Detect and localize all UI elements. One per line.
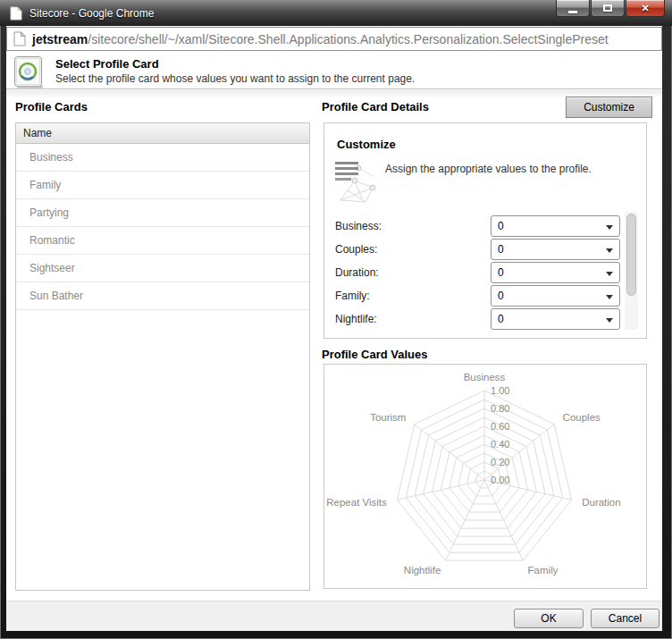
scrollbar-thumb[interactable] [626,214,636,296]
dialog-header: Select Profile Card Select the profile c… [6,52,662,89]
family-field-label: Family: [335,290,370,302]
details-scrollbar[interactable] [625,212,638,330]
svg-text:Nightlife: Nightlife [404,565,441,576]
customize-button[interactable]: Customize [566,97,652,118]
family-select-value: 0 [498,290,504,302]
window-title: Sitecore - Google Chrome [29,7,154,20]
duration-select-value: 0 [498,266,504,279]
svg-text:0.60: 0.60 [491,421,509,432]
dropdown-arrow-icon [606,225,613,230]
profile-card-details-heading: Profile Card Details [322,100,429,114]
close-icon: ✕ [641,3,649,14]
dropdown-arrow-icon [606,272,613,276]
customize-panel: Customize Assign the appropriate valu [323,122,647,339]
svg-text:0.20: 0.20 [491,457,509,467]
svg-text:Tourism: Tourism [370,412,406,423]
svg-text:1.00: 1.00 [491,385,509,396]
profile-cards-table: Name Business Family Partying Romantic S… [15,122,310,591]
dialog-title: Select Profile Card [55,57,159,71]
dropdown-arrow-icon [606,295,613,299]
nightlife-select-value: 0 [498,313,504,325]
nightlife-field-label: Nightlife: [335,313,377,325]
profile-card-icon [12,55,46,94]
name-column-header: Name [16,123,309,144]
url-text: jetstream/sitecore/shell/~/xaml/Sitecore… [32,32,609,46]
list-item-family[interactable]: Family [16,172,309,199]
window-controls: ✕ [556,0,665,17]
browser-window: Sitecore - Google Chrome ✕ jetstream/sit… [0,0,672,639]
dialog-footer: OK Cancel [6,601,662,631]
profile-card-values-heading: Profile Card Values [322,348,428,361]
customize-panel-heading: Customize [337,138,396,151]
url-page-icon [13,31,26,46]
maximize-icon [603,4,612,12]
header-shadow [6,90,662,98]
family-select[interactable]: 0 [491,285,620,307]
list-item-sun-bather[interactable]: Sun Bather [16,282,309,310]
list-item-partying[interactable]: Partying [16,199,309,227]
svg-text:Business: Business [464,372,506,383]
dropdown-arrow-icon [606,248,613,253]
svg-text:Repeat Visits: Repeat Visits [326,497,387,508]
business-field-label: Business: [335,220,382,232]
profile-card-values-panel: 0.000.200.400.600.801.00BusinessCouplesD… [323,364,647,589]
cancel-button[interactable]: Cancel [591,609,659,628]
couples-select[interactable]: 0 [491,239,620,260]
svg-text:Family: Family [528,565,559,576]
dropdown-arrow-icon [606,318,613,323]
profile-cards-heading: Profile Cards [15,100,88,114]
nightlife-select[interactable]: 0 [491,308,620,330]
maximize-button[interactable] [591,0,625,17]
address-bar[interactable]: jetstream/sitecore/shell/~/xaml/Sitecore… [6,27,662,51]
svg-text:Couples: Couples [563,412,601,423]
business-select-value: 0 [498,220,504,232]
list-item-romantic[interactable]: Romantic [16,227,309,255]
url-host: jetstream [32,32,88,46]
couples-select-value: 0 [498,243,504,256]
svg-text:0.40: 0.40 [491,439,509,450]
url-path: /sitecore/shell/~/xaml/Sitecore.Shell.Ap… [88,32,608,46]
business-select[interactable]: 0 [491,215,620,237]
close-button[interactable]: ✕ [626,0,665,17]
svg-text:0.00: 0.00 [491,475,509,485]
dialog-content: jetstream/sitecore/shell/~/xaml/Sitecore… [6,26,662,631]
dialog-subtitle: Select the profile card whose values you… [55,72,415,85]
svg-text:Duration: Duration [582,497,620,508]
minimize-icon [568,11,577,13]
duration-field-label: Duration: [335,266,379,279]
minimize-button[interactable] [556,0,590,17]
ok-button[interactable]: OK [514,609,584,628]
profile-values-sketch-icon [335,159,378,207]
duration-select[interactable]: 0 [491,262,620,283]
page-icon [10,6,22,21]
svg-text:0.80: 0.80 [491,403,509,414]
profile-values-radar-chart: 0.000.200.400.600.801.00BusinessCouplesD… [324,365,646,588]
titlebar[interactable]: Sitecore - Google Chrome ✕ [0,0,672,26]
customize-panel-description: Assign the appropriate values to the pro… [385,163,592,175]
list-item-business[interactable]: Business [16,144,309,172]
list-item-sightseer[interactable]: Sightseer [16,255,309,282]
couples-field-label: Couples: [335,243,377,256]
